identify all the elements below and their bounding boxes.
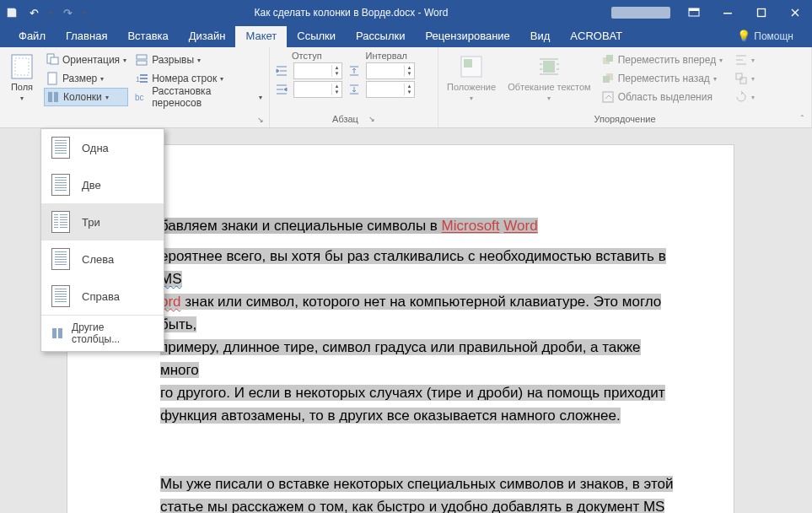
spacing-after-icon	[347, 83, 361, 96]
tab-references[interactable]: Ссылки	[287, 26, 346, 47]
selection-pane-icon	[601, 90, 615, 104]
spacing-before-input[interactable]: ▲▼	[366, 62, 415, 79]
indent-left-input[interactable]: ▲▼	[293, 62, 342, 79]
columns-one-label: Одна	[82, 142, 109, 154]
svg-rect-19	[464, 59, 472, 68]
columns-left[interactable]: Слева	[41, 240, 164, 278]
group-objects-button[interactable]: ▾	[733, 69, 756, 88]
tell-me[interactable]: 💡Помощн	[727, 26, 804, 47]
columns-left-icon	[51, 248, 70, 270]
tab-layout[interactable]: Макет	[235, 26, 287, 47]
ribbon-tabs: Файл Главная Вставка Дизайн Макет Ссылки…	[0, 25, 812, 47]
orientation-button[interactable]: Ориентация▾	[44, 51, 128, 69]
account-area	[611, 7, 670, 19]
selection-pane-button[interactable]: Область выделения	[600, 88, 724, 106]
svg-rect-24	[603, 76, 610, 83]
paragraph-launcher-icon[interactable]: ↘	[368, 115, 375, 123]
wrap-text-icon	[535, 53, 562, 80]
svg-rect-27	[740, 78, 746, 84]
tab-mailings[interactable]: Рассылки	[346, 26, 415, 47]
hyphenation-button[interactable]: bc Расстановка переносов▾	[133, 88, 264, 106]
tab-view[interactable]: Вид	[520, 26, 561, 47]
chevron-down-icon: ▾	[197, 57, 201, 64]
margins-button[interactable]: Поля▾	[5, 51, 39, 106]
breaks-button[interactable]: Разрывы▾	[133, 51, 264, 69]
columns-right-label: Справа	[82, 290, 120, 303]
rotate-button[interactable]: ▾	[733, 88, 756, 106]
collapse-ribbon-icon[interactable]: ˆ	[801, 115, 804, 124]
orientation-icon	[46, 53, 59, 67]
columns-label: Колонки	[63, 91, 102, 103]
columns-two-label: Две	[82, 179, 101, 192]
save-icon[interactable]	[5, 6, 19, 19]
line-numbers-label: Номера строк	[152, 73, 217, 84]
spacing-after-input[interactable]: ▲▼	[366, 81, 415, 98]
line-numbers-icon: 1	[135, 72, 148, 85]
svg-text:1: 1	[136, 75, 140, 84]
heading: бавляем знаки и специальные символы в Mi…	[160, 216, 683, 236]
lightbulb-icon: 💡	[737, 30, 750, 42]
send-backward-button[interactable]: Переместить назад▾	[600, 69, 724, 88]
tab-insert[interactable]: Вставка	[117, 26, 178, 47]
columns-right-icon	[51, 285, 70, 307]
svg-rect-2	[723, 13, 732, 14]
close-icon[interactable]	[778, 0, 812, 25]
indent-right-icon	[275, 83, 288, 96]
qat-customize-icon[interactable]: ▾	[83, 9, 86, 17]
wrap-text-button[interactable]: Обтекание текстом▾	[504, 51, 594, 106]
ribbon: Поля▾ Ориентация▾ Размер▾ Колонки▾	[0, 47, 812, 128]
svg-rect-14	[140, 74, 148, 76]
align-button[interactable]: ▾	[733, 51, 756, 69]
undo-icon[interactable]: ↶	[27, 6, 40, 19]
redo-icon[interactable]: ↷	[61, 6, 74, 19]
columns-one[interactable]: Одна	[41, 129, 164, 166]
columns-two-icon	[51, 174, 70, 196]
spacing-before-icon	[347, 64, 361, 78]
send-backward-label: Переместить назад	[618, 73, 710, 84]
tab-review[interactable]: Рецензирование	[415, 26, 519, 47]
size-button[interactable]: Размер▾	[44, 69, 128, 88]
ribbon-display-icon[interactable]	[677, 0, 711, 25]
align-icon	[734, 53, 748, 67]
svg-rect-9	[48, 92, 52, 102]
columns-right[interactable]: Справа	[41, 278, 164, 315]
margins-label: Поля	[11, 82, 33, 92]
columns-three[interactable]: Три	[41, 203, 164, 240]
svg-rect-12	[137, 61, 147, 65]
arrange-group-label: Упорядочение	[594, 114, 656, 124]
group-objects-icon	[734, 72, 748, 85]
breaks-label: Разрывы	[152, 54, 194, 66]
svg-rect-25	[603, 92, 613, 102]
indent-left-icon	[275, 64, 288, 78]
columns-more[interactable]: Другие столбцы...	[41, 315, 164, 351]
svg-rect-29	[58, 328, 62, 338]
wrap-text-label: Обтекание текстом	[508, 82, 591, 92]
size-icon	[46, 72, 59, 85]
columns-left-label: Слева	[82, 253, 114, 266]
tab-acrobat[interactable]: ACROBAT	[560, 26, 632, 47]
spacing-label: Интервал	[366, 51, 407, 61]
minimize-icon[interactable]	[711, 0, 745, 25]
maximize-icon[interactable]	[745, 0, 778, 25]
bring-forward-label: Переместить вперед	[618, 54, 716, 66]
chevron-down-icon: ▾	[105, 94, 109, 101]
bring-forward-button[interactable]: Переместить вперед▾	[600, 51, 724, 69]
window-controls	[677, 0, 812, 25]
page-setup-launcher-icon[interactable]: ↘	[257, 116, 264, 124]
undo-dropdown-icon[interactable]: ▾	[49, 9, 52, 17]
columns-more-label: Другие столбцы...	[72, 321, 153, 345]
position-button[interactable]: Положение▾	[444, 51, 499, 106]
tell-me-label: Помощн	[754, 30, 793, 42]
tab-file[interactable]: Файл	[8, 26, 56, 47]
svg-rect-10	[54, 92, 58, 102]
tab-home[interactable]: Главная	[56, 26, 117, 47]
paragraph-1: ероятнее всего, вы хотя бы раз сталкивал…	[160, 245, 683, 427]
indent-right-input[interactable]: ▲▼	[293, 81, 342, 98]
tab-design[interactable]: Дизайн	[179, 26, 236, 47]
columns-button[interactable]: Колонки▾	[44, 88, 128, 106]
hyphenation-icon: bc	[135, 90, 148, 104]
columns-two[interactable]: Две	[41, 166, 164, 203]
svg-rect-15	[140, 78, 148, 79]
svg-rect-1	[689, 8, 699, 11]
document-content[interactable]: бавляем знаки и специальные символы в Mi…	[160, 216, 683, 513]
